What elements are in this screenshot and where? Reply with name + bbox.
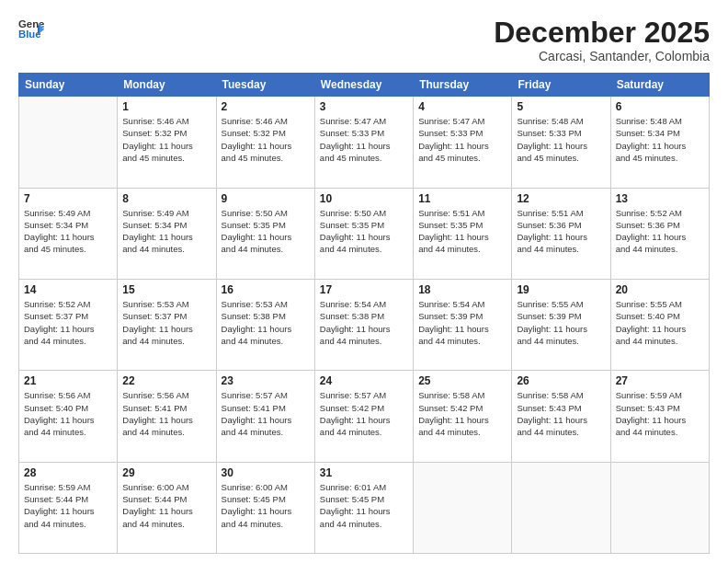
calendar-cell (414, 462, 512, 553)
day-number: 26 (517, 374, 605, 387)
col-header-monday: Monday (118, 74, 216, 97)
day-info: Sunrise: 5:53 AM Sunset: 5:37 PM Dayligh… (122, 298, 210, 347)
day-number: 11 (418, 192, 506, 205)
calendar-week-row: 14Sunrise: 5:52 AM Sunset: 5:37 PM Dayli… (19, 279, 710, 370)
col-header-sunday: Sunday (19, 74, 118, 97)
day-info: Sunrise: 5:52 AM Sunset: 5:37 PM Dayligh… (24, 298, 112, 347)
day-info: Sunrise: 6:00 AM Sunset: 5:44 PM Dayligh… (122, 481, 210, 530)
day-number: 18 (418, 283, 506, 296)
day-number: 13 (616, 192, 704, 205)
day-number: 19 (517, 283, 605, 296)
day-number: 27 (616, 374, 704, 387)
calendar-cell: 14Sunrise: 5:52 AM Sunset: 5:37 PM Dayli… (19, 279, 118, 370)
day-info: Sunrise: 5:57 AM Sunset: 5:41 PM Dayligh… (222, 389, 310, 438)
calendar-cell (512, 462, 610, 553)
day-number: 29 (122, 466, 210, 479)
day-number: 8 (122, 192, 210, 205)
day-number: 31 (320, 466, 408, 479)
day-info: Sunrise: 5:50 AM Sunset: 5:35 PM Dayligh… (222, 207, 310, 256)
col-header-thursday: Thursday (414, 74, 512, 97)
calendar-cell: 13Sunrise: 5:52 AM Sunset: 5:36 PM Dayli… (610, 188, 709, 279)
day-info: Sunrise: 5:47 AM Sunset: 5:33 PM Dayligh… (418, 115, 506, 164)
day-info: Sunrise: 5:59 AM Sunset: 5:44 PM Dayligh… (24, 481, 112, 530)
calendar-cell: 18Sunrise: 5:54 AM Sunset: 5:39 PM Dayli… (414, 279, 512, 370)
day-number: 30 (222, 466, 310, 479)
day-info: Sunrise: 6:01 AM Sunset: 5:45 PM Dayligh… (320, 481, 408, 530)
day-info: Sunrise: 5:51 AM Sunset: 5:36 PM Dayligh… (517, 207, 605, 256)
calendar-cell: 17Sunrise: 5:54 AM Sunset: 5:38 PM Dayli… (314, 279, 413, 370)
day-number: 17 (320, 283, 408, 296)
day-number: 6 (616, 100, 704, 113)
calendar-week-row: 1Sunrise: 5:46 AM Sunset: 5:32 PM Daylig… (19, 97, 710, 188)
calendar-cell: 10Sunrise: 5:50 AM Sunset: 5:35 PM Dayli… (314, 188, 413, 279)
day-info: Sunrise: 5:56 AM Sunset: 5:41 PM Dayligh… (122, 389, 210, 438)
day-number: 9 (222, 192, 310, 205)
day-info: Sunrise: 5:46 AM Sunset: 5:32 PM Dayligh… (122, 115, 210, 164)
day-number: 24 (320, 374, 408, 387)
day-number: 4 (418, 100, 506, 113)
header: General Blue December 2025 Carcasi, Sant… (18, 17, 710, 63)
calendar-cell: 2Sunrise: 5:46 AM Sunset: 5:32 PM Daylig… (216, 97, 314, 188)
day-number: 20 (616, 283, 704, 296)
calendar-cell (19, 97, 118, 188)
calendar-cell: 26Sunrise: 5:58 AM Sunset: 5:43 PM Dayli… (512, 371, 610, 462)
location-subtitle: Carcasi, Santander, Colombia (494, 49, 710, 63)
calendar-cell: 27Sunrise: 5:59 AM Sunset: 5:43 PM Dayli… (610, 371, 709, 462)
day-info: Sunrise: 5:59 AM Sunset: 5:43 PM Dayligh… (616, 389, 704, 438)
day-number: 12 (517, 192, 605, 205)
calendar-week-row: 21Sunrise: 5:56 AM Sunset: 5:40 PM Dayli… (19, 371, 710, 462)
page: General Blue December 2025 Carcasi, Sant… (0, 0, 728, 563)
day-info: Sunrise: 5:56 AM Sunset: 5:40 PM Dayligh… (24, 389, 112, 438)
day-number: 25 (418, 374, 506, 387)
calendar-week-row: 7Sunrise: 5:49 AM Sunset: 5:34 PM Daylig… (19, 188, 710, 279)
day-number: 28 (24, 466, 112, 479)
calendar-cell: 16Sunrise: 5:53 AM Sunset: 5:38 PM Dayli… (216, 279, 314, 370)
calendar-cell: 29Sunrise: 6:00 AM Sunset: 5:44 PM Dayli… (118, 462, 216, 553)
calendar-cell: 1Sunrise: 5:46 AM Sunset: 5:32 PM Daylig… (118, 97, 216, 188)
calendar-table: SundayMondayTuesdayWednesdayThursdayFrid… (18, 73, 710, 554)
col-header-wednesday: Wednesday (314, 74, 413, 97)
day-info: Sunrise: 5:49 AM Sunset: 5:34 PM Dayligh… (122, 207, 210, 256)
day-number: 3 (320, 100, 408, 113)
calendar-cell: 12Sunrise: 5:51 AM Sunset: 5:36 PM Dayli… (512, 188, 610, 279)
day-info: Sunrise: 5:54 AM Sunset: 5:38 PM Dayligh… (320, 298, 408, 347)
day-info: Sunrise: 5:58 AM Sunset: 5:42 PM Dayligh… (418, 389, 506, 438)
day-info: Sunrise: 5:53 AM Sunset: 5:38 PM Dayligh… (222, 298, 310, 347)
day-number: 14 (24, 283, 112, 296)
calendar-cell: 22Sunrise: 5:56 AM Sunset: 5:41 PM Dayli… (118, 371, 216, 462)
day-info: Sunrise: 5:52 AM Sunset: 5:36 PM Dayligh… (616, 207, 704, 256)
day-info: Sunrise: 6:00 AM Sunset: 5:45 PM Dayligh… (222, 481, 310, 530)
day-info: Sunrise: 5:46 AM Sunset: 5:32 PM Dayligh… (222, 115, 310, 164)
day-number: 5 (517, 100, 605, 113)
day-info: Sunrise: 5:50 AM Sunset: 5:35 PM Dayligh… (320, 207, 408, 256)
calendar-cell: 30Sunrise: 6:00 AM Sunset: 5:45 PM Dayli… (216, 462, 314, 553)
day-info: Sunrise: 5:58 AM Sunset: 5:43 PM Dayligh… (517, 389, 605, 438)
calendar-cell: 28Sunrise: 5:59 AM Sunset: 5:44 PM Dayli… (19, 462, 118, 553)
day-info: Sunrise: 5:49 AM Sunset: 5:34 PM Dayligh… (24, 207, 112, 256)
calendar-cell: 15Sunrise: 5:53 AM Sunset: 5:37 PM Dayli… (118, 279, 216, 370)
day-number: 23 (222, 374, 310, 387)
calendar-cell: 7Sunrise: 5:49 AM Sunset: 5:34 PM Daylig… (19, 188, 118, 279)
day-info: Sunrise: 5:55 AM Sunset: 5:40 PM Dayligh… (616, 298, 704, 347)
calendar-header-row: SundayMondayTuesdayWednesdayThursdayFrid… (19, 74, 710, 97)
day-number: 15 (122, 283, 210, 296)
day-info: Sunrise: 5:48 AM Sunset: 5:33 PM Dayligh… (517, 115, 605, 164)
col-header-saturday: Saturday (610, 74, 709, 97)
calendar-cell: 5Sunrise: 5:48 AM Sunset: 5:33 PM Daylig… (512, 97, 610, 188)
calendar-cell: 20Sunrise: 5:55 AM Sunset: 5:40 PM Dayli… (610, 279, 709, 370)
logo-icon: General Blue (18, 17, 44, 42)
calendar-cell: 31Sunrise: 6:01 AM Sunset: 5:45 PM Dayli… (314, 462, 413, 553)
calendar-cell: 3Sunrise: 5:47 AM Sunset: 5:33 PM Daylig… (314, 97, 413, 188)
logo: General Blue (18, 17, 44, 42)
calendar-cell: 21Sunrise: 5:56 AM Sunset: 5:40 PM Dayli… (19, 371, 118, 462)
day-info: Sunrise: 5:57 AM Sunset: 5:42 PM Dayligh… (320, 389, 408, 438)
calendar-cell: 11Sunrise: 5:51 AM Sunset: 5:35 PM Dayli… (414, 188, 512, 279)
col-header-friday: Friday (512, 74, 610, 97)
calendar-cell: 4Sunrise: 5:47 AM Sunset: 5:33 PM Daylig… (414, 97, 512, 188)
day-info: Sunrise: 5:48 AM Sunset: 5:34 PM Dayligh… (616, 115, 704, 164)
calendar-cell: 6Sunrise: 5:48 AM Sunset: 5:34 PM Daylig… (610, 97, 709, 188)
title-block: December 2025 Carcasi, Santander, Colomb… (494, 17, 710, 63)
calendar-cell: 19Sunrise: 5:55 AM Sunset: 5:39 PM Dayli… (512, 279, 610, 370)
day-number: 21 (24, 374, 112, 387)
calendar-cell: 24Sunrise: 5:57 AM Sunset: 5:42 PM Dayli… (314, 371, 413, 462)
